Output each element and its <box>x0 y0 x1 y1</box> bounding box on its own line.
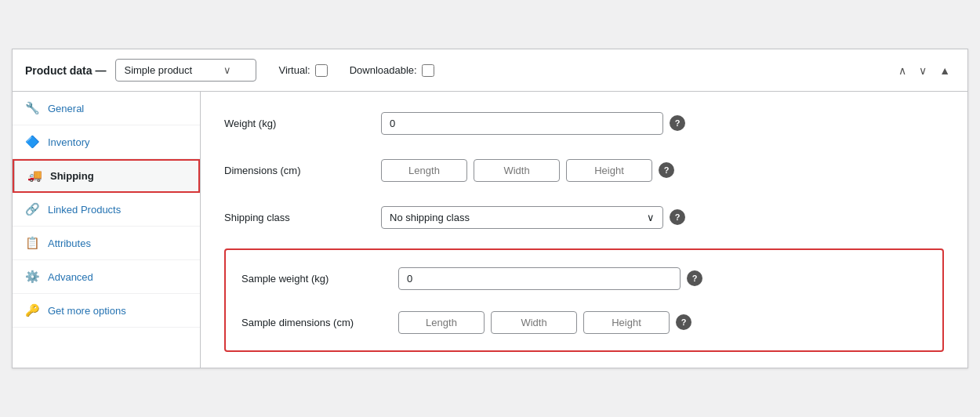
dimensions-row: Dimensions (cm) ? <box>224 154 944 186</box>
sidebar-label-inventory: Inventory <box>48 136 89 148</box>
shipping-class-chevron-icon: ∨ <box>647 212 655 223</box>
sample-box: Sample weight (kg) ? Sample dimensions (… <box>224 248 944 352</box>
downloadable-checkbox[interactable] <box>422 64 434 77</box>
arrow-collapse-button[interactable]: ▲ <box>935 61 955 80</box>
sidebar-label-attributes: Attributes <box>48 238 91 249</box>
virtual-checkbox[interactable] <box>315 64 328 77</box>
arrow-up-button[interactable]: ∧ <box>894 61 911 80</box>
chevron-down-icon: ∨ <box>223 64 231 76</box>
sidebar-label-linked-products: Linked Products <box>48 204 121 216</box>
sample-dimensions-length-input[interactable] <box>398 311 485 334</box>
weight-help-icon[interactable]: ? <box>670 115 685 131</box>
sidebar-item-attributes[interactable]: 📋 Attributes <box>13 227 200 260</box>
shipping-class-control: No shipping class ∨ ? <box>381 206 944 229</box>
virtual-label: Virtual: <box>278 64 310 76</box>
sample-dimensions-width-input[interactable] <box>491 311 577 334</box>
weight-label: Weight (kg) <box>224 118 381 129</box>
panel-header: Product data — Simple product ∨ Virtual:… <box>13 49 967 92</box>
weight-input[interactable] <box>381 112 663 135</box>
sample-weight-input[interactable] <box>398 267 681 290</box>
arrow-down-button[interactable]: ∨ <box>914 61 931 80</box>
diamond-icon: 🔷 <box>25 135 40 149</box>
product-type-select[interactable]: Simple product ∨ <box>115 59 256 82</box>
shipping-class-label: Shipping class <box>224 212 381 223</box>
dimensions-label: Dimensions (cm) <box>224 165 381 176</box>
dimensions-width-input[interactable] <box>474 159 560 182</box>
sidebar-item-inventory[interactable]: 🔷 Inventory <box>13 125 200 159</box>
shipping-class-help-icon[interactable]: ? <box>670 209 685 225</box>
sidebar-label-shipping: Shipping <box>50 170 94 182</box>
sample-weight-control: ? <box>398 267 927 290</box>
header-arrows: ∧ ∨ ▲ <box>894 61 955 80</box>
shipping-class-select[interactable]: No shipping class ∨ <box>381 206 663 229</box>
sample-dimensions-row: Sample dimensions (cm) ? <box>241 306 927 338</box>
virtual-group: Virtual: <box>278 64 327 77</box>
product-data-panel: Product data — Simple product ∨ Virtual:… <box>12 49 968 368</box>
link-icon: 🔗 <box>25 202 40 216</box>
shipping-class-value: No shipping class <box>390 212 470 223</box>
weight-row: Weight (kg) ? <box>224 107 944 139</box>
sample-dimensions-help-icon[interactable]: ? <box>676 314 691 330</box>
wrench-icon: 🔧 <box>25 101 40 115</box>
sidebar-item-linked-products[interactable]: 🔗 Linked Products <box>13 193 200 227</box>
sample-dimensions-height-input[interactable] <box>583 311 670 334</box>
dimensions-length-input[interactable] <box>381 159 467 182</box>
key-icon: 🔑 <box>25 303 40 317</box>
dimensions-control: ? <box>381 159 944 182</box>
sample-weight-help-icon[interactable]: ? <box>687 270 702 286</box>
dimensions-height-input[interactable] <box>566 159 652 182</box>
sample-weight-label: Sample weight (kg) <box>241 273 398 285</box>
panel-body: 🔧 General 🔷 Inventory 🚚 Shipping 🔗 Linke… <box>13 92 967 368</box>
sidebar-item-general[interactable]: 🔧 General <box>13 92 200 125</box>
sidebar-label-general: General <box>48 103 84 114</box>
sidebar-item-get-more-options[interactable]: 🔑 Get more options <box>13 294 200 328</box>
shipping-content: Weight (kg) ? Dimensions (cm) ? Shipping <box>201 92 967 368</box>
downloadable-group: Downloadable: <box>350 64 434 77</box>
product-type-label: Simple product <box>124 64 192 76</box>
truck-icon: 🚚 <box>27 169 42 183</box>
sidebar-label-advanced: Advanced <box>48 271 93 283</box>
sidebar-label-get-more-options: Get more options <box>48 305 126 317</box>
downloadable-label: Downloadable: <box>350 64 417 76</box>
weight-control: ? <box>381 112 944 135</box>
sidebar: 🔧 General 🔷 Inventory 🚚 Shipping 🔗 Linke… <box>13 92 201 368</box>
sidebar-item-advanced[interactable]: ⚙️ Advanced <box>13 260 200 294</box>
shipping-class-row: Shipping class No shipping class ∨ ? <box>224 201 944 233</box>
sample-weight-row: Sample weight (kg) ? <box>241 263 927 294</box>
dimensions-help-icon[interactable]: ? <box>659 162 674 178</box>
sample-dimensions-label: Sample dimensions (cm) <box>241 317 398 328</box>
sidebar-item-shipping[interactable]: 🚚 Shipping <box>13 159 200 193</box>
list-icon: 📋 <box>25 236 40 250</box>
sample-dimensions-control: ? <box>398 311 927 334</box>
gear-icon: ⚙️ <box>25 270 40 284</box>
panel-title: Product data — <box>25 64 106 77</box>
